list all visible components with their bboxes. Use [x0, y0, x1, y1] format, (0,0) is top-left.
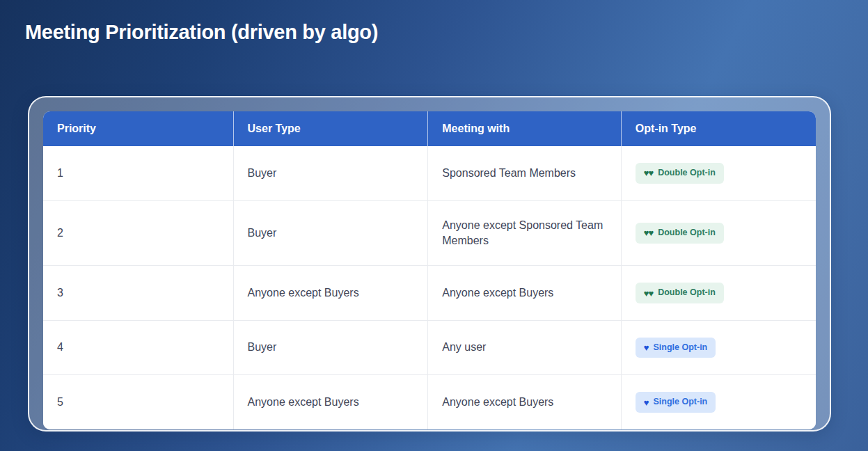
priority-cell: 4 [43, 320, 233, 375]
table-row: 5 Anyone except Buyers Anyone except Buy… [43, 375, 816, 429]
meeting-with-cell: Anyone except Buyers [428, 266, 622, 321]
column-header-user-type: User Type [233, 111, 428, 146]
column-header-opt-in-type: Opt-in Type [621, 111, 816, 146]
table-card: Priority User Type Meeting with Opt-in T… [28, 96, 831, 432]
column-header-priority: Priority [43, 111, 233, 146]
opt-in-badge: ♥ Single Opt-in [636, 392, 716, 413]
table-header-row: Priority User Type Meeting with Opt-in T… [43, 111, 816, 146]
user-type-cell: Buyer [233, 200, 428, 266]
opt-in-badge: ♥♥ Double Opt-in [636, 283, 724, 303]
opt-in-badge: ♥♥ Double Opt-in [636, 223, 724, 244]
user-type-cell: Buyer [233, 146, 428, 200]
meeting-with-cell: Anyone except Sponsored Team Members [428, 200, 622, 266]
user-type-cell: Buyer [233, 320, 428, 375]
double-heart-icon: ♥♥ [644, 289, 653, 298]
opt-in-cell: ♥♥ Double Opt-in [621, 266, 816, 321]
meeting-with-cell: Anyone except Buyers [428, 375, 622, 429]
priority-cell: 1 [43, 146, 233, 200]
opt-in-cell: ♥♥ Double Opt-in [621, 200, 816, 266]
opt-in-badge: ♥♥ Double Opt-in [636, 163, 724, 184]
table-row: 3 Anyone except Buyers Anyone except Buy… [43, 266, 816, 321]
priority-cell: 2 [43, 200, 233, 266]
meeting-with-cell: Sponsored Team Members [428, 146, 622, 200]
priority-cell: 3 [43, 266, 233, 321]
meeting-prioritization-table: Priority User Type Meeting with Opt-in T… [43, 111, 816, 429]
single-heart-icon: ♥ [644, 343, 649, 352]
table-row: 4 Buyer Any user ♥ Single Opt-in [43, 320, 816, 375]
double-heart-icon: ♥♥ [644, 168, 653, 177]
priority-cell: 5 [43, 375, 233, 429]
double-heart-icon: ♥♥ [644, 228, 653, 237]
table-row: 1 Buyer Sponsored Team Members ♥♥ Double… [43, 146, 816, 200]
opt-in-cell: ♥ Single Opt-in [621, 320, 816, 375]
table-row: 2 Buyer Anyone except Sponsored Team Mem… [43, 200, 816, 266]
meeting-with-cell: Any user [428, 320, 622, 375]
opt-in-badge: ♥ Single Opt-in [636, 338, 716, 358]
user-type-cell: Anyone except Buyers [233, 375, 428, 429]
priority-table: Priority User Type Meeting with Opt-in T… [43, 111, 816, 429]
opt-in-cell: ♥ Single Opt-in [621, 375, 816, 429]
opt-in-cell: ♥♥ Double Opt-in [621, 146, 816, 200]
column-header-meeting-with: Meeting with [428, 111, 622, 146]
single-heart-icon: ♥ [644, 398, 649, 407]
user-type-cell: Anyone except Buyers [233, 266, 428, 321]
slide-title: Meeting Prioritization (driven by algo) [25, 21, 378, 44]
